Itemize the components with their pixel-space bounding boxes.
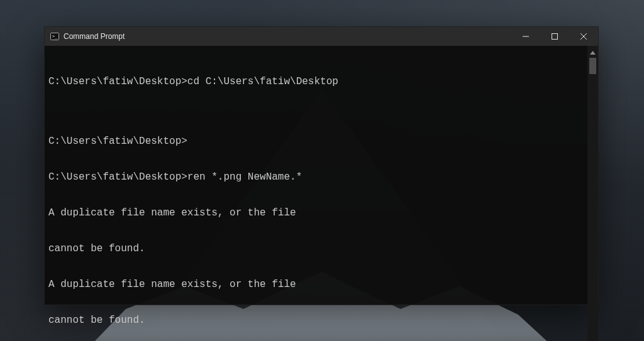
terminal-line: cannot be found. [48, 315, 584, 327]
minimize-button[interactable] [511, 27, 540, 46]
terminal-line: A duplicate file name exists, or the fil… [48, 279, 584, 291]
terminal-line: C:\Users\fatiw\Desktop> [48, 136, 584, 148]
maximize-button[interactable] [540, 27, 569, 46]
terminal-line: cannot be found. [48, 243, 584, 255]
scroll-thumb[interactable] [589, 58, 596, 74]
cmd-icon: >_ [50, 31, 60, 41]
client-area: C:\Users\fatiw\Desktop>cd C:\Users\fatiw… [45, 46, 598, 341]
vertical-scrollbar[interactable] [587, 46, 598, 341]
terminal-line: A duplicate file name exists, or the fil… [48, 207, 584, 219]
svg-rect-3 [552, 34, 558, 40]
terminal-line: C:\Users\fatiw\Desktop>ren *.png NewName… [48, 171, 584, 183]
titlebar[interactable]: >_ Command Prompt [45, 27, 598, 46]
svg-rect-2 [523, 36, 529, 37]
desktop-wallpaper: >_ Command Prompt C:\Users\fatiw\Desktop… [0, 0, 644, 341]
command-prompt-window: >_ Command Prompt C:\Users\fatiw\Desktop… [44, 26, 599, 305]
terminal-output[interactable]: C:\Users\fatiw\Desktop>cd C:\Users\fatiw… [45, 46, 587, 341]
terminal-line: C:\Users\fatiw\Desktop>cd C:\Users\fatiw… [48, 76, 584, 88]
window-title: Command Prompt [64, 32, 125, 41]
scroll-track[interactable] [587, 58, 598, 341]
scroll-up-arrow-icon[interactable] [587, 47, 598, 58]
close-button[interactable] [569, 27, 598, 46]
svg-text:>_: >_ [52, 34, 58, 39]
